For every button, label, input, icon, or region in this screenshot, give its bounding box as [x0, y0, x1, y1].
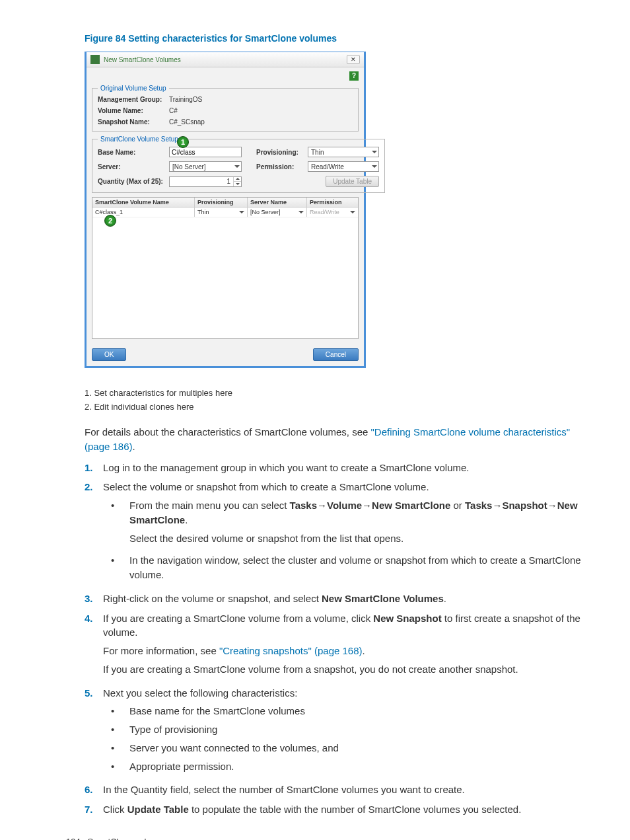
volume-name-label: Volume Name:: [98, 107, 164, 114]
mgmt-group-value: TrainingOS: [169, 96, 202, 103]
chevron-down-icon: [372, 151, 377, 153]
step-number: 6.: [85, 783, 103, 797]
intro-para: For details about the characteristics of…: [85, 425, 597, 454]
smartclone-setup-group: SmartClone Volume Setup 1 Base Name: Pro…: [92, 135, 385, 193]
step-2: Select the volume or snapshot from which…: [103, 480, 597, 494]
cell-provisioning[interactable]: Thin: [195, 208, 248, 217]
provisioning-value: Thin: [311, 149, 324, 156]
app-icon: [90, 55, 100, 64]
smartclone-setup-legend: SmartClone Volume Setup: [98, 135, 181, 143]
list-item: Appropriate permission.: [108, 759, 597, 774]
list-item: In the navigation window, select the clu…: [108, 553, 597, 582]
cancel-button[interactable]: Cancel: [313, 348, 359, 361]
th-name: SmartClone Volume Name: [92, 198, 195, 207]
chevron-down-icon: [298, 211, 304, 213]
provisioning-select[interactable]: Thin: [308, 147, 379, 157]
steps-list: 1. Log in to the management group in whi…: [85, 461, 597, 817]
step-4: If you are creating a SmartClone volume …: [103, 611, 597, 681]
page-footer: 194 SmartClone volumes: [66, 837, 597, 840]
close-icon[interactable]: ✕: [347, 55, 360, 64]
original-volume-setup-group: Original Volume Setup Management Group: …: [92, 85, 359, 132]
list-item: Type of provisioning: [108, 722, 597, 737]
step-5: Next you select the following characteri…: [103, 686, 597, 778]
base-name-label: Base Name:: [98, 149, 164, 156]
step-number: 5.: [85, 686, 103, 778]
figure-legend: 1. Set characteristics for multiples her…: [85, 388, 597, 412]
step-number: 4.: [85, 611, 103, 681]
mgmt-group-label: Management Group:: [98, 96, 164, 103]
permission-label: Permission:: [256, 163, 302, 171]
server-label: Server:: [98, 163, 164, 171]
th-server: Server Name: [248, 198, 307, 207]
quantity-stepper[interactable]: 1: [169, 176, 242, 187]
legend-item-1: 1. Set characteristics for multiples her…: [85, 388, 597, 398]
dialog-window: New SmartClone Volumes ✕ ? Original Volu…: [85, 52, 366, 368]
step-number: 1.: [85, 461, 103, 475]
step-1: Log in to the management group in which …: [103, 461, 597, 475]
section-name: SmartClone volumes: [88, 837, 168, 840]
snapshot-name-value: C#_SCsnap: [169, 118, 205, 126]
legend-item-2: 2. Edit individual clones here: [85, 402, 597, 412]
dialog-titlebar: New SmartClone Volumes ✕: [87, 52, 364, 67]
provisioning-label: Provisioning:: [256, 149, 302, 156]
volume-name-value: C#: [169, 107, 178, 114]
permission-select[interactable]: Read/Write: [308, 161, 379, 172]
dialog-title: New SmartClone Volumes: [104, 56, 347, 63]
th-permission: Permission: [307, 198, 358, 207]
quantity-label: Quantity (Max of 25):: [98, 178, 164, 185]
clone-table: SmartClone Volume Name Provisioning Serv…: [92, 197, 359, 339]
help-icon[interactable]: ?: [349, 71, 359, 81]
list-item: From the main menu you can select Tasks→…: [108, 498, 597, 549]
step-7: Click Update Table to populate the table…: [103, 802, 597, 817]
chevron-down-icon: [234, 165, 240, 168]
callout-2: 2: [104, 215, 116, 227]
callout-1: 1: [177, 136, 189, 148]
page-number: 194: [66, 837, 81, 840]
list-item: Server you want connected to the volumes…: [108, 741, 597, 755]
server-select[interactable]: [No Server]: [169, 161, 242, 172]
original-volume-legend: Original Volume Setup: [98, 85, 169, 92]
step-number: 7.: [85, 802, 103, 817]
permission-value: Read/Write: [311, 163, 344, 171]
step-3: Right-click on the volume or snapshot, a…: [103, 592, 597, 606]
figure-title: Figure 84 Setting characteristics for Sm…: [85, 33, 597, 44]
step-number: 3.: [85, 592, 103, 606]
step-6: In the Quantity field, select the number…: [103, 783, 597, 797]
chevron-down-icon: [239, 211, 244, 213]
ok-button[interactable]: OK: [92, 348, 126, 361]
cell-permission[interactable]: Read/Write: [307, 208, 358, 217]
step-number: 2.: [85, 480, 103, 586]
base-name-input[interactable]: [169, 147, 242, 157]
th-provisioning: Provisioning: [195, 198, 248, 207]
list-item: Base name for the SmartClone volumes: [108, 704, 597, 718]
chevron-down-icon: [350, 211, 355, 213]
cell-server[interactable]: [No Server]: [248, 208, 307, 217]
update-table-button[interactable]: Update Table: [326, 176, 379, 187]
spinner-down-icon[interactable]: [234, 182, 241, 186]
quantity-value: 1: [170, 177, 233, 186]
spinner-up-icon[interactable]: [234, 177, 241, 182]
snapshot-name-label: Snapshot Name:: [98, 118, 164, 126]
chevron-down-icon: [372, 165, 377, 168]
link-creating-snapshots[interactable]: "Creating snapshots" (page 168): [219, 645, 363, 656]
table-row[interactable]: C#class_1 Thin [No Server] Read/Write: [92, 208, 358, 217]
server-value: [No Server]: [172, 163, 206, 171]
